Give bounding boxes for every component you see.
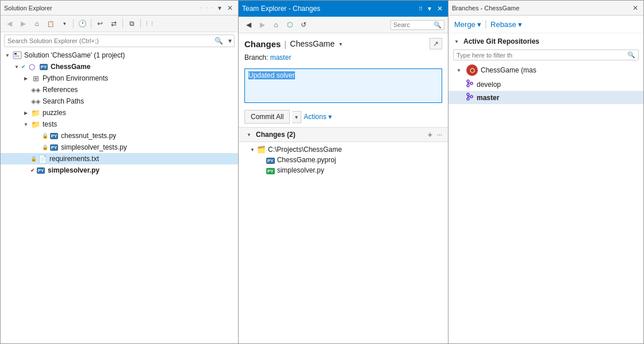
merge-button[interactable]: Merge ▾ [454,20,481,29]
check-badge-chessgame: ✔ [21,64,26,70]
rebase-label: Rebase [490,20,516,29]
changes-dropdown-arrow[interactable]: ▾ [339,41,342,47]
rebase-dropdown-arrow: ▾ [518,20,522,29]
team-explorer-titlebar: Team Explorer - Changes ⠿ ▾ ✕ [239,1,448,17]
solution-explorer-panel: Solution Explorer · · · ▾ ✕ ◀ ▶ ⌂ 📋 ▾ 🕐 … [0,0,239,344]
team-search-icon[interactable]: 🔍 [434,21,442,29]
team-forward-button[interactable]: ▶ [256,18,269,31]
branches-filter-input[interactable] [457,52,627,59]
lock-badge-simplesolver-tests: 🔒 [42,144,48,150]
solution-search-input[interactable] [5,36,212,46]
back-button[interactable]: ◀ [3,17,16,30]
forward-button[interactable]: ▶ [17,17,29,30]
changes-project: ChessGame [290,39,335,48]
grid-icon-python-env: ⊞ [30,74,41,83]
py-icon-simplesolver-py: PY [266,166,275,174]
expand-arrow-solution [3,53,12,58]
undo-button[interactable]: ↩ [94,17,106,30]
expand-icon-button[interactable]: ↗ [430,38,442,49]
dropdown-arrow[interactable]: ▾ [58,17,71,30]
commit-all-button[interactable]: Commit All [244,110,290,124]
expand-arrow-chessgame [12,64,21,70]
python-env-label: Python Environments [43,74,108,82]
actions-separator: | [485,19,487,29]
team-back-button[interactable]: ◀ [242,18,255,31]
branch-label: Branch: [244,53,268,62]
toolbar-separator-4 [140,19,141,28]
red-check-badge-simplesolver: ✔ [30,167,35,173]
puzzles-label: puzzles [43,109,66,117]
active-git-repos-label: Active Git Repositories [463,37,539,45]
team-explorer-toolbar: ◀ ▶ ⌂ ⬡ ↺ 🔍 [239,17,448,33]
branches-title: Branches - ChessGame [452,5,628,12]
team-close-button[interactable]: ✕ [435,5,444,12]
git-branch-icon-master [466,93,474,102]
team-pin-button[interactable]: ▾ [426,5,433,12]
tree-item-tests[interactable]: 📁 tests [1,119,238,130]
py-icon-pyproj: PY [266,156,275,164]
tree-item-chessgame[interactable]: ✔ ⬡ PY ChessGame [1,61,238,72]
filter-search-icon[interactable]: 🔍 [627,51,635,59]
tree-item-chessnut-tests[interactable]: 🔒 PY chessnut_tests.py [1,130,238,142]
svg-point-9 [467,98,469,100]
more-changes-button[interactable]: ··· [437,131,442,138]
branches-close-button[interactable]: ✕ [631,5,640,12]
search-icon[interactable]: 🔍 [212,35,226,47]
tree-item-simplesolver-tests[interactable]: 🔒 PY simplesolver_tests.py [1,142,238,153]
svg-point-4 [467,80,469,82]
team-search-input[interactable] [393,21,434,28]
search-dropdown-arrow[interactable]: ▾ [226,35,234,47]
more-button[interactable]: ⋮⋮ [143,17,156,30]
expand-arrow-changes [244,132,254,137]
copy-button[interactable]: ⧉ [125,17,138,30]
branches-filter-bar: 🔍 [453,49,639,60]
solution-label: Solution 'ChessGame' (1 project) [24,51,125,59]
tree-item-simplesolver[interactable]: ✔ PY simplesolver.py [1,165,238,176]
simplesolver-py-label: simplesolver.py [277,166,324,174]
team-connect-button[interactable]: ⬡ [283,18,296,31]
branch-item-master[interactable]: master [448,91,643,104]
folder-icon-path: 🗂️ [257,146,266,154]
team-home-button[interactable]: ⌂ [270,18,282,31]
file-item-chessgame-pyproj[interactable]: PY ChessGame.pyproj [239,155,448,165]
team-refresh-button[interactable]: ↺ [297,18,310,31]
folder-icon-puzzles: 📁 [30,108,41,117]
ref-icon-references: ◈◈ [30,85,41,94]
py-icon-chessgame: ⬡ [26,62,37,71]
branch-name-link[interactable]: master [270,53,292,62]
branch-item-develop[interactable]: develop [448,78,643,91]
tree-item-search-paths[interactable]: ◈◈ Search Paths [1,95,238,107]
svg-rect-3 [14,56,20,57]
rebase-button[interactable]: Rebase ▾ [490,20,522,29]
sync-button[interactable]: ⇄ [108,17,120,30]
commit-actions-row: Commit All ▾ Actions ▾ [244,110,442,124]
chessgame-label: ChessGame [51,63,90,71]
collapse-button[interactable]: 📋 [44,17,57,30]
tree-item-requirements[interactable]: 🔒 📄 requirements.txt [1,153,238,165]
expand-arrow-chessgame-repo [454,68,463,73]
close-button[interactable]: ✕ [225,5,235,12]
actions-button[interactable]: Actions ▾ [304,113,331,121]
commit-all-dropdown-button[interactable]: ▾ [292,111,301,123]
home-button[interactable]: ⌂ [30,17,43,30]
add-changes-button[interactable]: + [428,130,432,139]
solution-explorer-title: Solution Explorer [4,5,198,12]
tree-item-puzzles[interactable]: 📁 puzzles [1,107,238,119]
path-item-chessgame[interactable]: 🗂️ C:\Projects\ChessGame [239,144,448,155]
file-item-simplesolver-py[interactable]: PY simplesolver.py [239,165,448,175]
repo-icon-chessgame: ⬡ [466,64,478,76]
clock-button[interactable]: 🕐 [76,17,89,30]
commit-message-area[interactable]: Updated solver [244,68,442,103]
repo-item-chessgame[interactable]: ⬡ ChessGame (mas [448,63,643,78]
tree-item-solution[interactable]: Solution 'ChessGame' (1 project) [1,49,238,61]
changes-file-tree: 🗂️ C:\Projects\ChessGame PY ChessGame.py… [239,142,448,178]
solution-search-bar: 🔍 ▾ [4,35,235,47]
ref-icon-search-paths: ◈◈ [30,97,41,106]
expand-arrow-repos [452,39,461,44]
changes-section-title: Changes (2) [256,131,296,139]
changes-section-header[interactable]: Changes (2) + ··· [239,127,448,142]
tree-item-python-env[interactable]: ⊞ Python Environments [1,72,238,84]
tree-item-references[interactable]: ◈◈ References [1,84,238,95]
pin-button[interactable]: ▾ [216,5,223,12]
svg-rect-2 [14,55,20,56]
